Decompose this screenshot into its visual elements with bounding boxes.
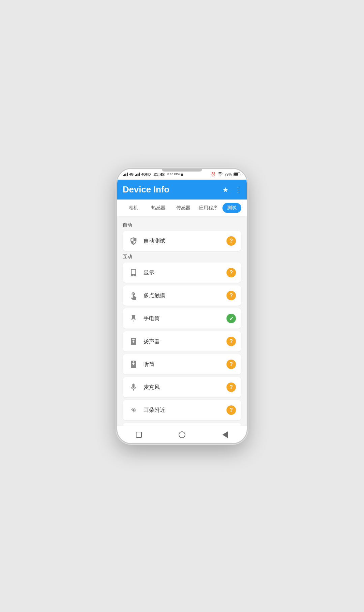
status-badge: ? [226,236,236,246]
list-item[interactable]: 自动测试 ? [123,231,241,251]
content-area: 自动 自动测试 ? 互动 显示 ? [117,217,247,426]
signal-icon2 [135,172,140,176]
status-badge: ? [226,405,236,415]
list-item[interactable]: 手电筒 ✓ [123,308,241,329]
app-title: Device Info [123,184,170,195]
tab-sensor[interactable]: 传感器 [173,205,194,211]
section-label-auto: 自动 [123,222,241,228]
display-icon [128,267,139,278]
status-right: ⏰ 79% [211,171,241,177]
circle-icon [179,431,185,438]
list-item[interactable]: 显示 ? [123,263,241,283]
home-button[interactable] [175,428,189,441]
camera-dot [181,174,183,176]
list-item[interactable]: 麦克风 ? [123,377,241,397]
item-label: 扬声器 [144,338,226,345]
wifi-icon [217,171,223,177]
tab-camera[interactable]: 相机 [123,205,144,211]
network-label2: 4GHD [141,173,151,176]
flashlight-icon [128,313,139,324]
list-item[interactable]: 听筒 ? [123,354,241,374]
shield-icon [128,236,139,246]
item-label: 麦克风 [144,384,226,391]
status-badge: ? [226,268,236,277]
section-label-interactive: 互动 [123,254,241,260]
status-badge: ✓ [226,314,236,323]
item-label: 显示 [144,269,226,276]
item-label: 手电筒 [144,315,226,322]
more-button[interactable]: ⋮ [235,186,241,194]
earpiece-icon [128,359,139,370]
status-badge: ? [226,382,236,392]
battery-icon [234,173,241,176]
tab-test[interactable]: 测试 [222,203,241,213]
header-icons: ★ ⋮ [222,186,241,194]
tabs-row: 相机 热感器 传感器 应用程序 测试 [117,200,247,217]
item-label: 多点触摸 [144,292,226,299]
item-label: 耳朵附近 [144,407,226,414]
list-item[interactable]: 多点触摸 ? [123,285,241,306]
signal-icon [123,172,128,176]
tab-apps[interactable]: 应用程序 [198,205,219,211]
alarm-icon: ⏰ [211,172,216,177]
phone-shell: 4G 4GHD 21:48 0.10 KB/s ⏰ 79% [116,168,248,444]
favorite-button[interactable]: ★ [222,186,229,194]
item-label: 自动测试 [144,238,226,245]
network-label: 4G [129,173,133,176]
battery-label: 79% [224,172,232,176]
mic-icon [128,382,139,393]
list-item[interactable]: 耳朵附近 ? [123,400,241,420]
speed-display: 0.10 KB/s [167,173,180,176]
back-button[interactable] [218,428,232,441]
ear-icon [128,405,139,416]
speaker-icon [128,336,139,347]
nav-bar [117,426,247,443]
touch-icon [128,290,139,301]
square-icon [136,432,142,438]
status-left: 4G 4GHD 21:48 0.10 KB/s [123,172,180,177]
tab-thermal[interactable]: 热感器 [148,205,169,211]
time-display: 21:48 [153,172,164,177]
status-badge: ? [226,360,236,369]
item-label: 听筒 [144,361,226,368]
status-badge: ? [226,337,236,346]
status-badge: ? [226,291,236,300]
recent-button[interactable] [132,428,146,441]
list-item[interactable]: 光传感器 ? [123,423,241,426]
list-item[interactable]: 扬声器 ? [123,331,241,351]
triangle-icon [222,431,228,438]
app-header: Device Info ★ ⋮ [117,180,247,200]
